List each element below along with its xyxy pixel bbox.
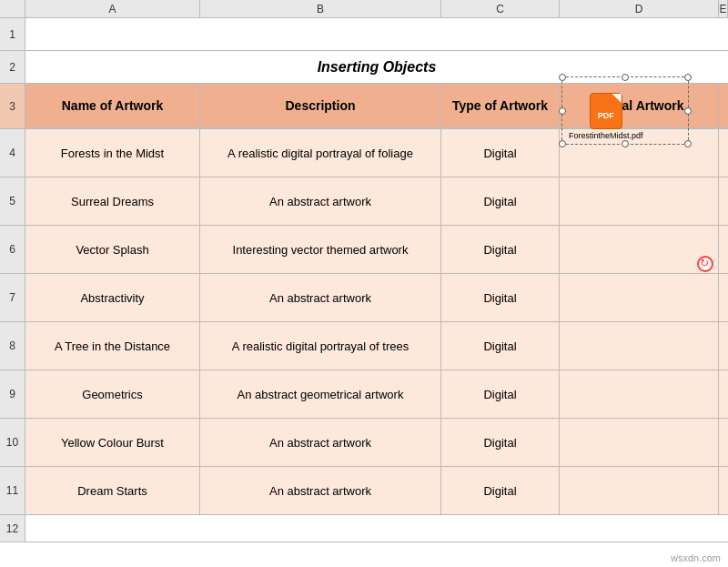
cell-desc-7: An abstract artwork <box>200 467 441 514</box>
col-header-b: B <box>200 0 441 17</box>
row-num-3: 3 <box>0 84 25 129</box>
cell-name-2: Vector Splash <box>25 226 200 273</box>
cell-type-4: Digital <box>441 322 560 370</box>
pdf-label-text: PDF <box>598 111 614 120</box>
cell-artwork-3 <box>560 274 719 321</box>
row-numbers: 1 2 3 4 5 6 7 8 9 10 11 12 <box>0 18 25 542</box>
table-row: Yellow Colour Burst An abstract artwork … <box>25 419 728 467</box>
row-num-5: 5 <box>0 177 25 226</box>
cell-desc-0: A realistic digital portrayal of foliage <box>200 129 441 177</box>
cell-name-7: Dream Starts <box>25 467 200 514</box>
col-header-a: A <box>25 0 200 17</box>
col-header-row: A B C D E <box>0 0 728 18</box>
cell-type-5: Digital <box>441 370 560 418</box>
handle-bm[interactable] <box>622 140 629 147</box>
corner-cell <box>0 0 25 18</box>
title-row: Inserting Objects <box>25 51 728 84</box>
cell-desc-4: A realistic digital portrayal of trees <box>200 322 441 370</box>
row-num-2: 2 <box>0 51 25 84</box>
row-num-12: 12 <box>0 515 25 542</box>
col-a-header: Name of Artwork <box>25 84 200 127</box>
row-num-10: 10 <box>0 419 25 467</box>
row-12-blank <box>25 515 728 542</box>
cell-artwork-1 <box>560 177 719 225</box>
cell-name-0: Forests in the Midst <box>25 129 200 177</box>
cell-desc-2: Interesting vector themed artwork <box>200 226 441 273</box>
table-row: Abstractivity An abstract artwork Digita… <box>25 274 728 322</box>
cell-desc-6: An abstract artwork <box>200 419 441 466</box>
pdf-icon[interactable]: PDF <box>590 93 622 129</box>
table-row: A Tree in the Distance A realistic digit… <box>25 322 728 370</box>
row-num-9: 9 <box>0 370 25 419</box>
cell-name-1: Surreal Dreams <box>25 177 200 225</box>
row-num-7: 7 <box>0 274 25 322</box>
table-row: Geometrics An abstract geometrical artwo… <box>25 370 728 419</box>
pdf-filename: ForestintheMidst.pdf <box>569 131 643 140</box>
col-header-c: C <box>441 0 560 17</box>
cell-type-7: Digital <box>441 467 560 514</box>
cell-artwork-2 <box>560 226 719 273</box>
handle-br[interactable] <box>684 140 692 147</box>
row-num-8: 8 <box>0 322 25 370</box>
table-row: Dream Starts An abstract artwork Digital <box>25 467 728 515</box>
cell-artwork-5 <box>560 370 719 418</box>
cell-type-2: Digital <box>441 226 560 273</box>
cell-desc-3: An abstract artwork <box>200 274 441 321</box>
col-b-header: Description <box>200 84 441 127</box>
cell-artwork-7 <box>560 467 719 514</box>
cell-artwork-0: PDF ForestintheMidst.pdf <box>560 129 719 177</box>
cell-desc-1: An abstract artwork <box>200 177 441 225</box>
cell-type-0: Digital <box>441 129 560 177</box>
table-row: Forests in the Midst A realistic digital… <box>25 129 728 177</box>
cell-desc-5: An abstract geometrical artwork <box>200 370 441 418</box>
table-row: Vector Splash Interesting vector themed … <box>25 226 728 274</box>
table-row: Surreal Dreams An abstract artwork Digit… <box>25 177 728 226</box>
spreadsheet-title: Inserting Objects <box>318 59 437 76</box>
cell-name-5: Geometrics <box>25 370 200 418</box>
col-header-e: E <box>719 0 728 17</box>
cell-artwork-6 <box>560 419 719 466</box>
col-headers: A B C D E <box>25 0 728 18</box>
row-1-blank <box>25 18 728 51</box>
row-num-4: 4 <box>0 129 25 177</box>
col-header-d: D <box>560 0 719 17</box>
rotate-handle[interactable] <box>697 256 713 272</box>
watermark: wsxdn.com <box>671 552 721 563</box>
col-c-header: Type of Artwork <box>441 84 560 127</box>
row-num-11: 11 <box>0 467 25 515</box>
row-num-1: 1 <box>0 18 25 51</box>
cell-name-3: Abstractivity <box>25 274 200 321</box>
row-num-6: 6 <box>0 226 25 274</box>
cell-type-1: Digital <box>441 177 560 225</box>
spreadsheet-body: 1 2 3 4 5 6 7 8 9 10 11 12 Inserting Obj… <box>0 18 728 542</box>
spreadsheet: A B C D E 1 2 3 4 5 6 7 8 9 10 11 12 <box>0 0 728 567</box>
cell-name-6: Yellow Colour Burst <box>25 419 200 466</box>
cell-artwork-4 <box>560 322 719 370</box>
table-area: Inserting Objects Name of Artwork Descri… <box>25 18 728 542</box>
cell-type-3: Digital <box>441 274 560 321</box>
handle-bl[interactable] <box>559 140 566 147</box>
cell-name-4: A Tree in the Distance <box>25 322 200 370</box>
cell-type-6: Digital <box>441 419 560 466</box>
pdf-object[interactable]: PDF ForestintheMidst.pdf <box>569 93 643 140</box>
